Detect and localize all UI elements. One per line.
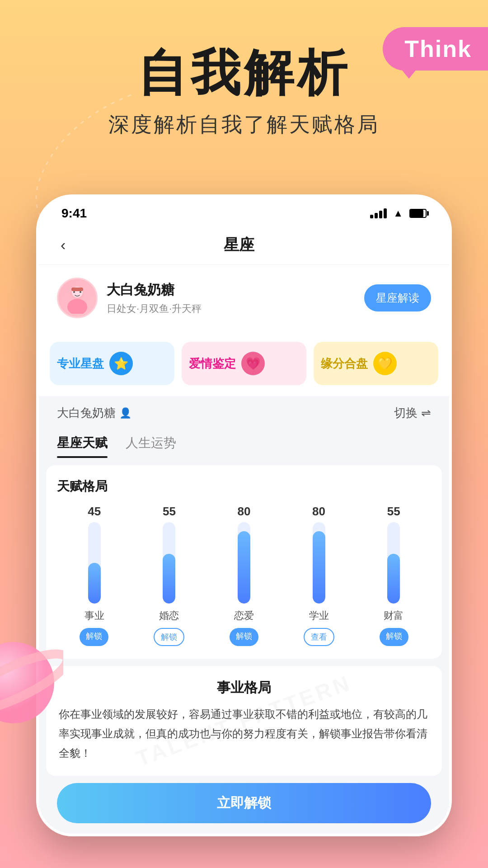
- svg-point-4: [73, 291, 75, 293]
- hero-title: 自我解析: [0, 45, 488, 100]
- cat-icon-destiny: 💛: [373, 352, 397, 375]
- unlock-wealth-button[interactable]: 解锁: [380, 628, 408, 646]
- unlock-marriage-button[interactable]: 解锁: [154, 628, 184, 646]
- phone-mockup: 9:41 ▲ ‹ 星座: [36, 194, 452, 868]
- cat-card-love[interactable]: 爱情鉴定 💗: [182, 342, 306, 385]
- tab-life-fortune[interactable]: 人生运势: [126, 434, 176, 458]
- bar-label-romance: 恋爱: [226, 609, 262, 623]
- bar-label-study: 学业: [301, 609, 337, 623]
- status-icons: ▲: [370, 208, 427, 219]
- cat-icon-professional: ⭐: [109, 352, 133, 375]
- profile-zodiac: 日处女·月双鱼·升天秤: [107, 302, 202, 316]
- battery-icon: [409, 209, 427, 218]
- switch-button[interactable]: 切换 ⇌: [394, 405, 431, 421]
- cat-card-destiny[interactable]: 缘分合盘 💛: [314, 342, 438, 385]
- cat-label-love: 爱情鉴定: [189, 356, 236, 372]
- zodiac-read-button[interactable]: 星座解读: [364, 284, 431, 311]
- bar-wealth: 55: [375, 505, 412, 604]
- view-study-button[interactable]: 查看: [304, 628, 334, 646]
- chart-section: 天赋格局 45 55: [46, 465, 442, 659]
- unlock-career-button[interactable]: 解锁: [80, 628, 108, 646]
- bars-container: 45 55: [57, 504, 431, 604]
- cat-label-professional: 专业星盘: [57, 356, 104, 372]
- tab-zodiac-talent[interactable]: 星座天赋: [57, 434, 108, 458]
- status-bar: 9:41 ▲: [39, 197, 449, 225]
- bar-romance: 80: [226, 505, 262, 604]
- nav-title: 星座: [69, 235, 408, 255]
- user-row-name: 大白兔奶糖 👤: [57, 405, 131, 421]
- hero-section: 自我解析 深度解析自我了解天赋格局: [0, 45, 488, 139]
- unlock-romance-button[interactable]: 解锁: [230, 628, 258, 646]
- profile-info: 大白兔奶糖 日处女·月双鱼·升天秤: [107, 281, 202, 316]
- svg-point-5: [80, 291, 81, 293]
- category-row: 专业星盘 ⭐ 爱情鉴定 💗 缘分合盘 💛: [39, 331, 449, 396]
- switch-icon: ⇌: [421, 406, 431, 420]
- cat-icon-love: 💗: [241, 352, 265, 375]
- bar-label-wealth: 财富: [375, 609, 412, 623]
- profile-section: 大白兔奶糖 日处女·月双鱼·升天秤 星座解读: [39, 265, 449, 331]
- wifi-icon: ▲: [393, 208, 403, 219]
- unlock-big-button[interactable]: 立即解锁: [57, 783, 431, 823]
- bar-career: 45: [76, 505, 113, 604]
- svg-rect-3: [71, 288, 83, 291]
- svg-point-1: [67, 299, 87, 314]
- career-section: 事业格局 TALENT PATTERN 你在事业领域的发展较好，容易通过事业获取…: [46, 666, 442, 776]
- bar-label-marriage: 婚恋: [151, 609, 187, 623]
- nav-bar: ‹ 星座: [39, 225, 449, 265]
- cat-card-professional[interactable]: 专业星盘 ⭐: [50, 342, 174, 385]
- chart-title: 天赋格局: [57, 478, 431, 495]
- signal-icon: [370, 208, 387, 218]
- bar-label-career: 事业: [76, 609, 113, 623]
- avatar: [57, 278, 98, 318]
- hero-subtitle: 深度解析自我了解天赋格局: [0, 111, 488, 139]
- tabs-row: 星座天赋 人生运势: [39, 430, 449, 458]
- user-row: 大白兔奶糖 👤 切换 ⇌: [39, 396, 449, 430]
- career-title: 事业格局: [59, 679, 429, 697]
- back-button[interactable]: ‹: [57, 232, 69, 257]
- cat-label-destiny: 缘分合盘: [321, 356, 368, 372]
- bar-study: 80: [301, 505, 337, 604]
- user-icon: 👤: [119, 407, 131, 419]
- bar-marriage: 55: [151, 505, 187, 604]
- status-time: 9:41: [61, 206, 87, 221]
- profile-name: 大白兔奶糖: [107, 281, 202, 299]
- profile-left: 大白兔奶糖 日处女·月双鱼·升天秤: [57, 278, 202, 318]
